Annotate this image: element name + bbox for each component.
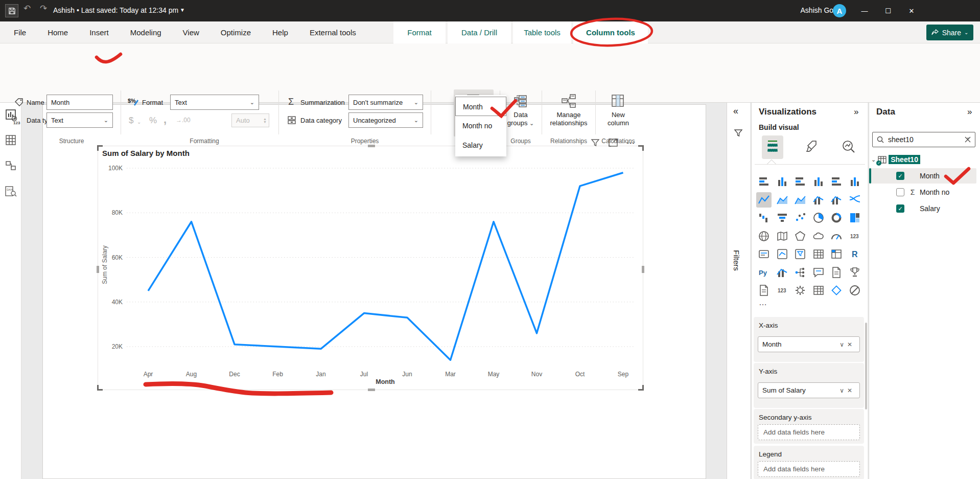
visual-type-filled-map[interactable] bbox=[775, 229, 790, 244]
visual-type-line-chart[interactable] bbox=[756, 192, 772, 208]
collapse-ribbon-button[interactable]: ⌃ bbox=[966, 136, 970, 143]
visual-type-decomposition-tree[interactable] bbox=[792, 265, 808, 280]
menu-tab-external-tools[interactable]: External tools bbox=[299, 21, 367, 43]
field-name[interactable]: Month no bbox=[920, 188, 949, 196]
menu-tab-table-tools[interactable]: Table tools bbox=[513, 21, 571, 43]
report-page-canvas[interactable]: Sum of Salary by Month Sum of Salary Mon… bbox=[42, 104, 706, 479]
column-name-input[interactable]: Month bbox=[46, 95, 113, 110]
more-visuals-button[interactable]: … bbox=[759, 298, 768, 307]
field-checkbox[interactable]: ✓ bbox=[896, 172, 904, 180]
undo-button[interactable]: ↶ bbox=[24, 4, 31, 13]
well-drop-placeholder[interactable]: Add data fields here bbox=[758, 424, 860, 440]
visual-type-ribbon-chart[interactable] bbox=[847, 192, 862, 208]
sort-dropdown-item-salary[interactable]: Salary bbox=[455, 135, 506, 155]
percent-format-button[interactable]: % bbox=[149, 116, 157, 126]
menu-tab-view[interactable]: View bbox=[172, 21, 210, 43]
visual-type-field-parameters[interactable] bbox=[811, 283, 826, 298]
well-field-remove-icon[interactable]: ✕ bbox=[847, 387, 855, 394]
data-groups-button[interactable]: Datagroups ⌄ bbox=[503, 89, 539, 136]
visual-type-slicer[interactable] bbox=[792, 246, 808, 262]
visual-type-100-stacked-column-chart[interactable] bbox=[847, 174, 862, 189]
format-select[interactable]: Text⌄ bbox=[170, 95, 259, 110]
currency-format-button[interactable]: $ bbox=[129, 116, 133, 126]
visual-type-matrix[interactable] bbox=[829, 246, 844, 262]
field-checkbox[interactable] bbox=[896, 188, 904, 196]
visual-type-donut-chart[interactable] bbox=[829, 210, 844, 225]
status-dropdown-caret-icon[interactable]: ▼ bbox=[180, 7, 185, 13]
save-button[interactable] bbox=[5, 4, 18, 17]
visual-type-shape-map[interactable] bbox=[792, 229, 808, 244]
close-button[interactable]: ✕ bbox=[900, 0, 923, 21]
selection-handle[interactable] bbox=[638, 385, 644, 391]
visual-type-stacked-column-chart[interactable] bbox=[775, 174, 790, 189]
table-name[interactable]: Sheet10 bbox=[889, 155, 920, 164]
visual-type-scorecard[interactable]: 123 bbox=[775, 283, 790, 298]
decimal-auto-input[interactable]: Auto ▲▼ bbox=[231, 113, 269, 127]
visual-type-waterfall-chart[interactable] bbox=[756, 210, 772, 225]
account-name[interactable]: Ashish Goel bbox=[793, 6, 839, 14]
tree-expand-icon[interactable]: ⌄ bbox=[871, 156, 876, 163]
visual-type-q-and-a[interactable] bbox=[811, 265, 826, 280]
menu-tab-data-drill[interactable]: Data / Drill bbox=[448, 21, 511, 43]
menu-tab-column-tools[interactable]: Column tools bbox=[573, 21, 648, 43]
visual-type-table[interactable] bbox=[811, 246, 826, 262]
decimal-places-button[interactable]: →.00 bbox=[176, 117, 191, 124]
nav-model-view[interactable] bbox=[3, 158, 18, 173]
line-chart-visual[interactable]: Sum of Salary by Month Sum of Salary Mon… bbox=[98, 146, 643, 390]
redo-button[interactable]: ↷ bbox=[40, 4, 47, 13]
visual-type-key-influencers[interactable] bbox=[775, 265, 790, 280]
search-input[interactable] bbox=[888, 135, 961, 144]
sort-dropdown-item-month[interactable]: Month bbox=[455, 97, 506, 116]
table-row-sheet10[interactable]: ⌄ ✓ Sheet10 bbox=[871, 153, 978, 166]
field-row-month[interactable]: ✓Month bbox=[869, 168, 976, 184]
selection-handle[interactable] bbox=[368, 145, 375, 147]
menu-tab-format[interactable]: Format bbox=[393, 21, 446, 43]
field-checkbox[interactable]: ✓ bbox=[896, 204, 904, 213]
visual-type-multi-row-card[interactable] bbox=[756, 246, 772, 262]
currency-caret-icon[interactable]: ⌄ bbox=[137, 119, 141, 125]
field-row-month-no[interactable]: ΣMonth no bbox=[869, 185, 976, 200]
well-drop-placeholder[interactable]: Add data fields here bbox=[758, 461, 860, 477]
visual-type-diamond-visual[interactable] bbox=[829, 283, 844, 298]
visual-type-clustered-column-chart[interactable] bbox=[811, 174, 826, 189]
thousands-separator-button[interactable]: , bbox=[164, 113, 167, 126]
menu-tab-modeling[interactable]: Modeling bbox=[120, 21, 172, 43]
visual-type-scatter-chart[interactable] bbox=[792, 210, 808, 225]
selection-handle[interactable] bbox=[97, 385, 103, 391]
visual-type-paginated-report[interactable] bbox=[756, 283, 772, 298]
visual-type-line-and-stacked-column-chart[interactable] bbox=[811, 192, 826, 208]
expand-filters-icon[interactable]: « bbox=[733, 106, 738, 117]
summarization-select[interactable]: Don't summarize⌄ bbox=[348, 95, 423, 110]
visual-type-get-more-visuals[interactable] bbox=[847, 283, 862, 298]
menu-tab-optimize[interactable]: Optimize bbox=[210, 21, 262, 43]
data-category-select[interactable]: Uncategorized⌄ bbox=[348, 112, 423, 128]
visual-type-stacked-bar-chart[interactable] bbox=[756, 174, 772, 189]
field-row-salary[interactable]: ✓Salary bbox=[869, 201, 976, 216]
new-column-button[interactable]: Newcolumn bbox=[599, 89, 638, 136]
field-name[interactable]: Month bbox=[920, 172, 940, 180]
well-field-caret-icon[interactable]: ∨ bbox=[839, 341, 847, 348]
visual-type-azure-map[interactable] bbox=[811, 229, 826, 244]
well-field-pill[interactable]: Month ∨✕ bbox=[758, 336, 860, 352]
visual-type-line-and-clustered-column-chart[interactable] bbox=[829, 192, 844, 208]
visual-type-funnel-chart[interactable] bbox=[775, 210, 790, 225]
selection-handle[interactable] bbox=[642, 266, 644, 273]
visual-type-card[interactable]: 123 bbox=[847, 229, 862, 244]
menu-tab-insert[interactable]: Insert bbox=[79, 21, 120, 43]
well-field-caret-icon[interactable]: ∨ bbox=[839, 387, 847, 394]
menu-tab-help[interactable]: Help bbox=[262, 21, 299, 43]
menu-tab-file[interactable]: File bbox=[3, 21, 37, 43]
filters-funnel-icon[interactable] bbox=[734, 128, 743, 138]
collapse-visualizations-icon[interactable]: » bbox=[854, 107, 858, 117]
menu-tab-home[interactable]: Home bbox=[37, 21, 79, 43]
nav-dax-query-view[interactable]: DAX bbox=[3, 184, 18, 199]
visual-type-kpi[interactable] bbox=[775, 246, 790, 262]
field-name[interactable]: Salary bbox=[920, 204, 940, 213]
selection-handle[interactable] bbox=[97, 145, 103, 151]
visual-type-python-visual[interactable]: Py bbox=[756, 265, 772, 280]
well-field-remove-icon[interactable]: ✕ bbox=[847, 341, 855, 348]
selection-handle[interactable] bbox=[97, 266, 99, 273]
visual-type-stacked-area-chart[interactable] bbox=[792, 192, 808, 208]
share-button[interactable]: Share ⌄ bbox=[926, 25, 973, 40]
visual-type-r-script-visual[interactable]: R bbox=[847, 246, 862, 262]
